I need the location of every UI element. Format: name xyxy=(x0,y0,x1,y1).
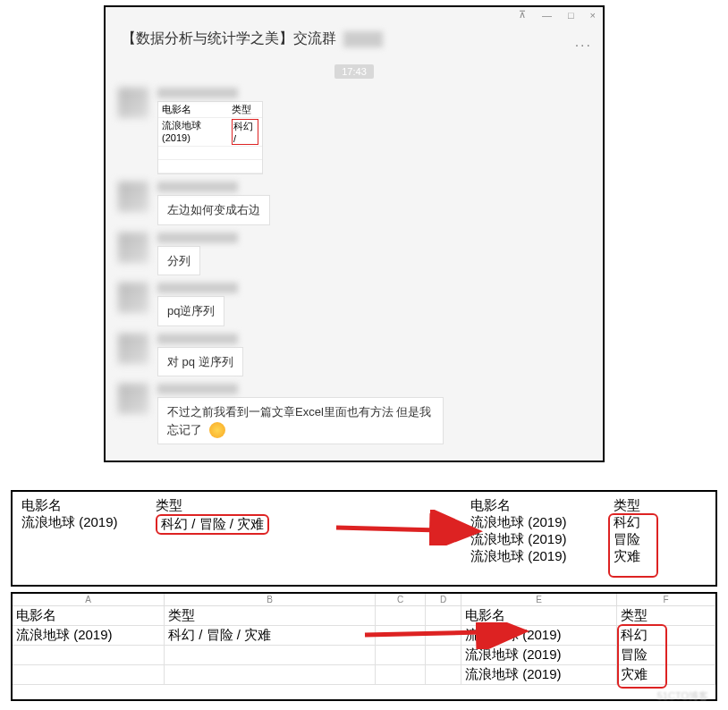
timestamp: 17:43 xyxy=(334,64,374,79)
watermark: 51CTO博客 xyxy=(657,689,708,703)
maximize-icon[interactable]: □ xyxy=(568,10,574,21)
message-bubble[interactable]: pq逆序列 xyxy=(157,296,224,326)
message-bubble[interactable]: 分列 xyxy=(157,246,200,276)
sender-name xyxy=(157,88,238,98)
message-bubble[interactable]: 左边如何变成右边 xyxy=(157,195,270,225)
message-image-table[interactable]: 电影名 类型 流浪地球 (2019) 科幻 / xyxy=(157,101,263,174)
cell[interactable]: 流浪地球 (2019) xyxy=(461,665,617,684)
message-row: 分列 xyxy=(106,231,603,282)
header-cell: 类型 xyxy=(610,497,655,514)
window-titlebar: ⊼ — □ × xyxy=(106,7,603,22)
message-row: pq逆序列 xyxy=(106,281,603,332)
avatar[interactable] xyxy=(118,182,148,212)
col-header[interactable]: E xyxy=(461,594,617,605)
cell[interactable] xyxy=(165,665,376,684)
sender-name xyxy=(157,182,238,192)
cell[interactable] xyxy=(13,665,165,684)
left-table: 电影名 类型 流浪地球 (2019) 科幻 / 冒险 / 灾难 xyxy=(18,497,313,535)
highlighted-value: 科幻 / 冒险 / 灾难 xyxy=(156,514,269,535)
sender-name xyxy=(157,232,238,243)
data-cell: 流浪地球 (2019) xyxy=(18,514,152,535)
data-cell: 科幻 / 冒险 / 灾难 xyxy=(152,514,313,535)
minimize-icon[interactable]: — xyxy=(542,10,552,21)
cell[interactable]: 类型 xyxy=(165,606,376,625)
pin-icon[interactable]: ⊼ xyxy=(519,9,526,21)
cell[interactable]: 流浪地球 (2019) xyxy=(461,626,617,645)
message-row: 左边如何变成右边 xyxy=(106,180,603,231)
col-header[interactable]: A xyxy=(13,594,165,605)
red-highlight-box xyxy=(608,513,658,578)
cell[interactable] xyxy=(426,665,461,684)
red-highlight-box xyxy=(617,624,667,689)
cell[interactable]: 电影名 xyxy=(13,606,165,625)
cell[interactable] xyxy=(426,606,461,625)
cell[interactable] xyxy=(426,626,461,645)
avatar[interactable] xyxy=(118,232,148,263)
message-row: 对 pq 逆序列 xyxy=(106,332,603,383)
chat-body: 17:43 电影名 类型 流浪地球 (2019) 科幻 / xyxy=(106,54,603,461)
cell[interactable] xyxy=(426,646,461,664)
chat-title-text: 【数据分析与统计学之美】交流群 xyxy=(122,30,336,48)
bottom-panels: 电影名 类型 流浪地球 (2019) 科幻 / 冒险 / 灾难 电影名 类型 流… xyxy=(11,490,717,706)
header-cell: 电影名 xyxy=(467,497,610,514)
cell[interactable] xyxy=(376,626,426,645)
panel-excel: A B C D E F 电影名 类型 电影名 类型 流浪地球 (2019) 科幻… xyxy=(11,592,717,701)
svg-line-0 xyxy=(336,528,474,531)
mini-cell: 科幻 / xyxy=(228,118,262,147)
cell[interactable] xyxy=(13,646,165,664)
avatar[interactable] xyxy=(118,88,148,118)
col-header[interactable]: D xyxy=(426,594,461,605)
close-icon[interactable]: × xyxy=(590,10,596,21)
mini-cell: 流浪地球 (2019) xyxy=(158,118,228,147)
cell[interactable]: 类型 xyxy=(617,606,715,625)
cell[interactable] xyxy=(165,646,376,664)
cell[interactable] xyxy=(376,606,426,625)
header-cell: 类型 xyxy=(152,497,313,514)
cell[interactable] xyxy=(376,665,426,684)
cell[interactable] xyxy=(376,646,426,664)
message-row: 电影名 类型 流浪地球 (2019) 科幻 / xyxy=(106,86,603,180)
cell[interactable]: 流浪地球 (2019) xyxy=(13,626,165,645)
data-cell: 流浪地球 (2019) xyxy=(467,514,610,531)
data-cell: 流浪地球 (2019) xyxy=(467,531,610,548)
excel-grid: 电影名 类型 电影名 类型 流浪地球 (2019) 科幻 / 冒险 / 灾难 流… xyxy=(13,606,715,699)
panel-split: 电影名 类型 流浪地球 (2019) 科幻 / 冒险 / 灾难 电影名 类型 流… xyxy=(11,490,717,587)
chat-title: 【数据分析与统计学之美】交流群 xyxy=(106,22,603,54)
mini-header: 类型 xyxy=(228,102,262,118)
data-cell: 流浪地球 (2019) xyxy=(467,548,610,565)
time-pill: 17:43 xyxy=(106,63,603,79)
col-header[interactable]: B xyxy=(165,594,376,605)
col-header[interactable]: F xyxy=(617,594,715,605)
message-bubble[interactable]: 对 pq 逆序列 xyxy=(157,347,243,377)
avatar[interactable] xyxy=(118,384,148,414)
mini-header: 电影名 xyxy=(158,102,228,118)
column-headers: A B C D E F xyxy=(13,594,715,606)
message-row: 不过之前我看到一篇文章Excel里面也有方法 但是我忘记了 xyxy=(106,382,603,450)
chat-window: ⊼ — □ × 【数据分析与统计学之美】交流群 ··· 17:43 电影名 类型 xyxy=(104,5,605,462)
col-header[interactable]: C xyxy=(376,594,426,605)
emoji-icon xyxy=(209,422,225,438)
blurred-text xyxy=(343,31,383,47)
cell[interactable]: 科幻 / 冒险 / 灾难 xyxy=(165,626,376,645)
message-bubble[interactable]: 不过之前我看到一篇文章Excel里面也有方法 但是我忘记了 xyxy=(157,397,444,444)
avatar[interactable] xyxy=(118,283,148,313)
sender-name xyxy=(157,334,238,344)
more-icon[interactable]: ··· xyxy=(575,38,592,54)
sender-name xyxy=(157,283,238,293)
avatar[interactable] xyxy=(118,334,148,364)
cell[interactable]: 电影名 xyxy=(461,606,617,625)
message-text: 不过之前我看到一篇文章Excel里面也有方法 但是我忘记了 xyxy=(167,405,431,436)
header-cell: 电影名 xyxy=(18,497,152,514)
cell[interactable]: 流浪地球 (2019) xyxy=(461,646,617,664)
sender-name xyxy=(157,384,238,394)
